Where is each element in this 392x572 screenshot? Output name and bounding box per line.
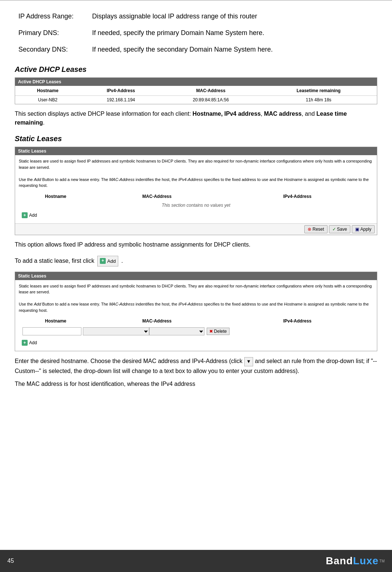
- apply-button[interactable]: ▣ Apply: [352, 225, 375, 233]
- brand-logo: BandLuxe TM: [326, 555, 385, 567]
- delete-button[interactable]: ✖ Delete: [207, 328, 230, 335]
- static2-col-mac: MAC-Address: [92, 316, 221, 326]
- brand-name: BandLuxe: [326, 555, 378, 567]
- last-para-1: Enter the desired hostname. Choose the d…: [15, 356, 377, 376]
- dhcp-col-hostname: Hostname: [15, 86, 80, 96]
- desc-primary-dns: If needed, specify the primary Domain Na…: [88, 25, 377, 41]
- page-footer: 45 BandLuxe TM: [0, 550, 392, 572]
- no-values-text: This section contains no values yet: [19, 201, 373, 209]
- apply-label: Apply: [360, 227, 371, 232]
- dhcp-leasetime-cell: 11h 48m 18s: [260, 96, 377, 104]
- static-col-hostname: Hostname: [19, 192, 92, 201]
- static-table-header-row: Hostname MAC-Address IPv4-Address: [19, 192, 373, 201]
- active-dhcp-box-header: Active DHCP Leases: [15, 78, 377, 86]
- static-col-mac: MAC-Address: [92, 192, 221, 201]
- bold-hostname: Hostname, IPv4 address: [193, 111, 261, 117]
- dhcp-col-mac: MAC-Address: [161, 86, 260, 96]
- active-dhcp-title: Active DHCP Leases: [15, 65, 377, 74]
- save-button[interactable]: ✓ Save: [329, 225, 350, 233]
- dropdown-icon-inline: ▼: [244, 357, 253, 366]
- static-leases-table1: Hostname MAC-Address IPv4-Address This s…: [19, 192, 373, 209]
- active-dhcp-table: Hostname IPv4-Address MAC-Address Leaset…: [15, 86, 377, 104]
- add-static-lease-btn2[interactable]: + Add: [20, 339, 38, 346]
- desc-secondary-dns: If needed, specify the secondary Domain …: [88, 41, 377, 58]
- static-leases-box2: Static Leases Static leases are used to …: [15, 272, 377, 352]
- static-leases-box1: Static Leases Static leases are used to …: [15, 147, 377, 235]
- add-btn-label1: Add: [29, 213, 37, 218]
- hostname-input[interactable]: [22, 327, 81, 335]
- delete-icon: ✖: [209, 329, 213, 334]
- bold-mac: MAC address: [264, 111, 301, 117]
- active-dhcp-description: This section displays active DHCP lease …: [15, 109, 377, 127]
- info-row-secondary-dns: Secondary DNS: If needed, specify the se…: [15, 41, 377, 58]
- add-inline-icon: +: [100, 258, 106, 264]
- active-dhcp-box: Active DHCP Leases Hostname IPv4-Address…: [15, 77, 377, 104]
- static-table2-header-row: Hostname MAC-Address IPv4-Address: [19, 316, 373, 326]
- static-leases-title: Static Leases: [15, 135, 377, 143]
- static-option-description: This option allows fixed IP address and …: [15, 240, 377, 249]
- static-leases-box1-header: Static Leases: [15, 147, 377, 155]
- static-box1-footer: ⊗ Reset ✓ Save ▣ Apply: [15, 223, 377, 235]
- dhcp-data-row: User-NB2 192.168.1.194 20:89:84:85:1A:56…: [15, 96, 377, 104]
- dhcp-mac-cell: 20:89:84:85:1A:56: [161, 96, 260, 104]
- static-leases-description: Static leases are used to assign fixed I…: [19, 158, 373, 189]
- label-primary-dns: Primary DNS:: [15, 25, 88, 41]
- dhcp-col-ipv4: IPv4-Address: [80, 86, 161, 96]
- brand-luxe: Luxe: [353, 555, 378, 566]
- static-leases-table2: Hostname MAC-Address IPv4-Address: [19, 316, 373, 326]
- dhcp-col-leasetime: Leasetime remaining: [260, 86, 377, 96]
- info-row-ip: IP Address Range: Displays assignable lo…: [15, 8, 377, 25]
- label-secondary-dns: Secondary DNS:: [15, 41, 88, 58]
- dhcp-table-header-row: Hostname IPv4-Address MAC-Address Leaset…: [15, 86, 377, 96]
- static-leases-description2: Static leases are used to assign fixed I…: [19, 283, 373, 314]
- static2-col-ipv4: IPv4-Address: [221, 316, 373, 326]
- add-btn-label2: Add: [29, 340, 37, 345]
- info-row-primary-dns: Primary DNS: If needed, specify the prim…: [15, 25, 377, 41]
- static-col-ipv4: IPv4-Address: [221, 192, 373, 201]
- save-icon: ✓: [332, 227, 336, 232]
- delete-label: Delete: [214, 329, 227, 334]
- ipv4-select[interactable]: [149, 327, 204, 335]
- add-lease-text-before: To add a static lease, first click: [15, 256, 94, 266]
- add-icon1: +: [22, 212, 28, 218]
- add-lease-text-after: .: [121, 256, 123, 266]
- label-ip-address-range: IP Address Range:: [15, 8, 88, 25]
- save-label: Save: [337, 227, 347, 232]
- add-icon2: +: [22, 340, 28, 346]
- static-leases-box2-header: Static Leases: [15, 272, 377, 280]
- brand-band: Band: [326, 555, 353, 566]
- mac-select[interactable]: [83, 327, 149, 335]
- last-para-2: The MAC address is for host identificati…: [15, 379, 377, 389]
- dhcp-ipv4-cell: 192.168.1.194: [80, 96, 161, 104]
- page-number: 45: [7, 558, 14, 564]
- dhcp-hostname-cell: User-NB2: [15, 96, 80, 104]
- reset-label: Reset: [312, 227, 324, 232]
- info-table: IP Address Range: Displays assignable lo…: [15, 8, 377, 58]
- reset-icon: ⊗: [308, 227, 311, 232]
- static-input-row: ▼ ▼ ✖ Delete: [19, 326, 373, 337]
- no-values-row: This section contains no values yet: [19, 201, 373, 209]
- add-lease-para: To add a static lease, first click + Add…: [15, 256, 377, 266]
- add-static-lease-btn1[interactable]: + Add: [20, 212, 38, 219]
- desc-ip-address-range: Displays assignable local IP address ran…: [88, 8, 377, 25]
- add-inline-button: + Add: [97, 256, 118, 266]
- reset-button[interactable]: ⊗ Reset: [304, 225, 327, 233]
- apply-icon: ▣: [355, 227, 359, 232]
- add-inline-label: Add: [107, 257, 116, 265]
- trademark-symbol: TM: [379, 559, 385, 563]
- static2-col-hostname: Hostname: [19, 316, 92, 326]
